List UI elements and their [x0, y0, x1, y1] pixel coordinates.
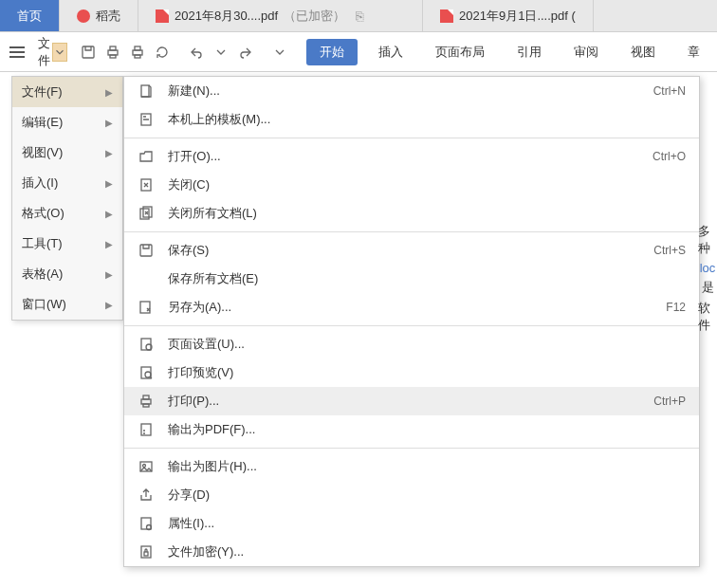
tab-pdf-1[interactable]: 2021年8月30....pdf （已加密） ⎘ — [138, 0, 423, 31]
menu-edit-label: 编辑(E) — [22, 114, 63, 131]
peek-text: 软件 — [698, 300, 717, 334]
submenu-exportimg[interactable]: 输出为图片(H)... — [124, 452, 699, 481]
svg-rect-20 — [143, 404, 149, 407]
shortcut-save: Ctrl+S — [653, 244, 686, 257]
file-menu-trigger[interactable]: 文件 — [34, 35, 71, 69]
submenu-open-label: 打开(O)... — [168, 148, 639, 165]
ribbon-layout[interactable]: 页面布局 — [424, 40, 496, 64]
submenu-exportpdf[interactable]: 输出为PDF(F)... — [124, 415, 699, 444]
submenu-props[interactable]: 属性(I)... — [124, 509, 699, 538]
docer-icon — [77, 9, 90, 23]
svg-rect-5 — [135, 46, 140, 50]
shortcut-open: Ctrl+O — [653, 150, 686, 163]
submenu-saveas-label: 另存为(A)... — [168, 299, 653, 316]
chevron-right-icon: ▶ — [105, 209, 113, 219]
tab-docer[interactable]: 稻壳 — [60, 0, 138, 31]
close-icon[interactable]: ⎘ — [351, 8, 368, 25]
toolbar: 文件 开始 插入 页面布局 引用 审阅 视图 章 — [0, 32, 717, 72]
tab-pdf1-name: 2021年8月30....pdf — [175, 8, 278, 25]
submenu-encrypt-label: 文件加密(Y)... — [168, 543, 686, 560]
tab-home[interactable]: 首页 — [0, 0, 60, 31]
submenu-open[interactable]: 打开(O)... Ctrl+O — [124, 142, 699, 171]
chevron-down-icon — [52, 43, 67, 62]
shortcut-print: Ctrl+P — [653, 395, 686, 408]
svg-rect-1 — [108, 50, 118, 55]
menu-insert[interactable]: 插入(I)▶ — [12, 168, 122, 198]
submenu-closeall-label: 关闭所有文档(L) — [168, 205, 686, 222]
encrypt-icon — [138, 543, 155, 560]
submenu-save[interactable]: 保存(S) Ctrl+S — [124, 236, 699, 265]
shortcut-new: Ctrl+N — [653, 84, 686, 98]
menu-format[interactable]: 格式(O)▶ — [12, 198, 122, 229]
close-file-icon — [138, 176, 155, 193]
folder-open-icon — [138, 148, 155, 165]
file-label: 文件 — [38, 35, 50, 69]
submenu-new-label: 新建(N)... — [168, 83, 640, 100]
pdf-icon — [440, 9, 453, 23]
submenu-exportpdf-label: 输出为PDF(F)... — [168, 421, 686, 438]
file-submenu: 新建(N)... Ctrl+N 本机上的模板(M)... 打开(O)... Ct… — [123, 76, 700, 567]
menu-view[interactable]: 视图(V)▶ — [12, 138, 122, 168]
print-preview-icon[interactable] — [130, 41, 145, 64]
chevron-right-icon: ▶ — [105, 300, 113, 310]
chevron-down-icon[interactable] — [213, 41, 229, 64]
svg-rect-0 — [83, 46, 94, 58]
refresh-icon[interactable] — [155, 41, 170, 64]
ribbon-insert[interactable]: 插入 — [367, 40, 414, 64]
close-all-icon — [138, 205, 155, 222]
chevron-down-icon[interactable] — [272, 41, 287, 64]
save-icon[interactable] — [81, 41, 96, 64]
menu-table[interactable]: 表格(A)▶ — [12, 259, 122, 289]
submenu-pagesetup[interactable]: 页面设置(U)... — [124, 330, 699, 358]
menu-separator — [124, 448, 699, 449]
menu-file-label: 文件(F) — [22, 83, 63, 101]
menu-insert-label: 插入(I) — [22, 175, 58, 192]
save-as-icon — [138, 299, 155, 316]
submenu-preview[interactable]: 打印预览(V) — [124, 358, 699, 387]
chevron-right-icon: ▶ — [105, 148, 113, 158]
menu-separator — [124, 325, 699, 326]
ribbon-view[interactable]: 视图 — [619, 40, 667, 64]
svg-rect-2 — [110, 46, 116, 50]
submenu-saveas[interactable]: 另存为(A)... F12 — [124, 293, 699, 322]
document-peek: 多种 loc 是 软件 — [698, 223, 717, 308]
menu-file[interactable]: 文件(F)▶ — [12, 77, 122, 107]
peek-text: 多种 — [698, 223, 717, 257]
chevron-right-icon: ▶ — [105, 239, 113, 249]
submenu-saveall[interactable]: 保存所有文档(E) — [124, 265, 699, 293]
page-setup-icon — [138, 336, 155, 353]
menu-separator — [124, 231, 699, 232]
new-file-icon — [138, 83, 155, 100]
save-icon — [138, 242, 155, 259]
submenu-close[interactable]: 关闭(C) — [124, 171, 699, 199]
submenu-print[interactable]: 打印(P)... Ctrl+P — [124, 387, 699, 415]
print-quick-icon[interactable] — [105, 41, 120, 64]
submenu-template[interactable]: 本机上的模板(M)... — [124, 105, 699, 134]
redo-icon[interactable] — [238, 41, 253, 64]
menu-edit[interactable]: 编辑(E)▶ — [12, 107, 122, 138]
chevron-right-icon: ▶ — [105, 269, 113, 280]
pdf-icon — [156, 9, 169, 23]
menu-window[interactable]: 窗口(W)▶ — [12, 289, 122, 320]
svg-rect-4 — [133, 50, 142, 55]
svg-rect-12 — [140, 245, 152, 256]
menu-tool[interactable]: 工具(T)▶ — [12, 229, 122, 259]
ribbon-start[interactable]: 开始 — [306, 39, 358, 65]
submenu-share[interactable]: 分享(D) — [124, 481, 699, 509]
submenu-closeall[interactable]: 关闭所有文档(L) — [124, 199, 699, 228]
template-icon — [138, 111, 155, 128]
submenu-pagesetup-label: 页面设置(U)... — [168, 336, 686, 353]
submenu-exportimg-label: 输出为图片(H)... — [168, 458, 686, 475]
peek-text: loc — [700, 261, 716, 275]
submenu-preview-label: 打印预览(V) — [168, 364, 686, 381]
tab-pdf-2[interactable]: 2021年9月1日....pdf ( — [423, 0, 594, 31]
ribbon-review[interactable]: 审阅 — [562, 40, 610, 64]
submenu-encrypt[interactable]: 文件加密(Y)... — [124, 538, 699, 566]
submenu-new[interactable]: 新建(N)... Ctrl+N — [124, 77, 699, 105]
svg-point-23 — [143, 465, 146, 468]
ribbon-ref[interactable]: 引用 — [506, 40, 553, 64]
ribbon-chapter[interactable]: 章 — [676, 40, 711, 64]
menu-icon[interactable] — [9, 41, 25, 64]
share-icon — [138, 487, 155, 504]
undo-icon[interactable] — [189, 41, 204, 64]
